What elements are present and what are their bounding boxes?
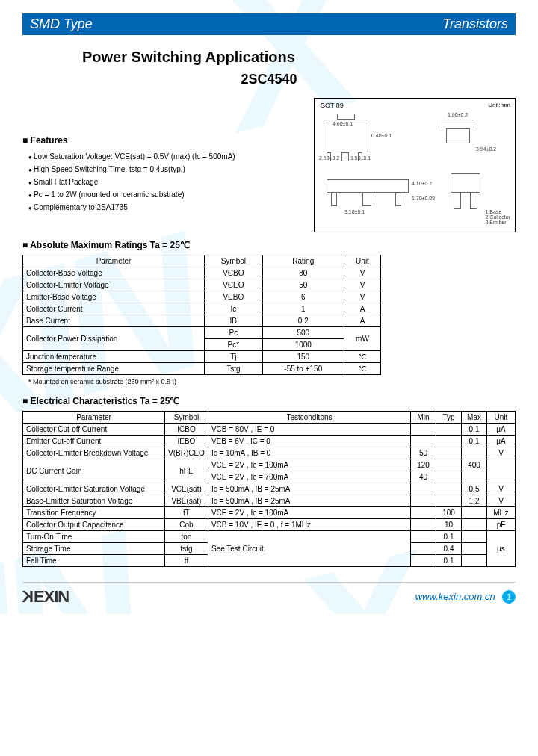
amr-table: Parameter Symbol Rating Unit Collector-B…	[22, 255, 381, 375]
footer-url[interactable]: www.kexin.com.cn	[415, 591, 495, 602]
page-number: 1	[502, 590, 516, 604]
feature-item: High Speed Switching Time: tstg = 0.4µs(…	[22, 163, 299, 176]
table-row: Collector Power DissipationPc500mW	[23, 327, 381, 339]
table-row: Junction temperatureTj150℃	[23, 351, 381, 363]
unit-label: Unit:mm	[488, 102, 510, 108]
table-row: Collector Cut-off CurrentICBOVCB = 80V ,…	[23, 424, 516, 436]
table-row: Storage temperature RangeTstg-55 to +150…	[23, 363, 381, 375]
table-row: Base CurrentIB0.2A	[23, 315, 381, 327]
table-row: Emitter-Base VoltageVEBO6V	[23, 291, 381, 303]
header-left: SMD Type	[30, 16, 93, 32]
feature-item: Small Flat Package	[22, 176, 299, 188]
ec-table: ParameterSymbolTestconditonsMinTypMaxUni…	[22, 411, 516, 567]
amr-note: * Mounted on ceramic substrate (250 mm² …	[28, 378, 516, 385]
header-bar: SMD Type Transistors	[22, 13, 516, 35]
table-row: Collector-Base VoltageVCBO80V	[23, 267, 381, 279]
feature-item: Pc = 1 to 2W (mounted on ceramic substra…	[22, 188, 299, 201]
table-row: Base-Emitter Saturation VoltageVBE(sat)I…	[23, 495, 516, 507]
header-right: Transistors	[442, 16, 508, 32]
table-row: Emitter Cut-off CurrentIEBOVEB = 6V , IC…	[23, 436, 516, 447]
table-row: Turn-On TimetonSee Test Circuit.0.1µs	[23, 531, 516, 543]
table-row: Collector-Emitter Breakdown VoltageV(BR)…	[23, 447, 516, 459]
ec-heading: Electrical Characteristics Ta = 25℃	[22, 396, 516, 406]
brand-logo: KKEXINEXIN	[22, 587, 69, 607]
table-row: Collector Output CapacitanceCobVCB = 10V…	[23, 519, 516, 531]
pin-legend: 1.Base 2.Collector 3.Emitter	[486, 209, 510, 225]
title-application: Power Switching Applications	[22, 49, 516, 66]
footer: KKEXINEXIN www.kexin.com.cn 1	[22, 582, 516, 607]
table-row: ParameterSymbolTestconditonsMinTypMaxUni…	[23, 412, 516, 424]
title-partno: 2SC4540	[22, 72, 516, 87]
table-row: Collector-Emitter VoltageVCEO50V	[23, 279, 381, 291]
feature-item: Low Saturation Voltage: VCE(sat) = 0.5V …	[22, 150, 299, 163]
table-row: Transition FrequencyfTVCE = 2V , Ic = 10…	[23, 507, 516, 519]
table-row: Collector CurrentIc1A	[23, 303, 381, 315]
package-name: SOT 89	[321, 102, 344, 109]
table-row: DC Current GainhFEVCE = 2V , Ic = 100mA1…	[23, 459, 516, 471]
package-diagram: SOT 89 Unit:mm 4.60±0.1 0.40±0.1 2.60±0.…	[314, 98, 516, 232]
table-row: Collector-Emitter Saturation VoltageVCE(…	[23, 483, 516, 495]
amr-heading: Absolute Maximum Ratings Ta = 25℃	[22, 240, 516, 250]
table-row: Parameter Symbol Rating Unit	[23, 255, 381, 267]
feature-item: Complementary to 2SA1735	[22, 201, 299, 214]
features-heading: Features	[22, 135, 299, 146]
features-block: Features Low Saturation Voltage: VCE(sat…	[22, 110, 299, 232]
